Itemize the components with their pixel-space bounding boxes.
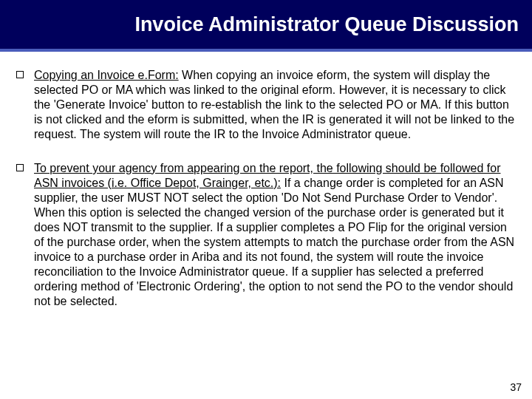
bullet-item: To prevent your agency from appearing on… <box>16 161 516 309</box>
bullet-text: Copying an Invoice e.Form: When copying … <box>34 68 516 142</box>
bullet-text: To prevent your agency from appearing on… <box>34 161 516 309</box>
slide: Invoice Administrator Queue Discussion C… <box>0 0 532 399</box>
bullet-lead: Copying an Invoice e.Form: <box>34 69 179 81</box>
slide-title: Invoice Administrator Queue Discussion <box>134 13 519 36</box>
bullet-rest: If a change order is completed for an AS… <box>34 177 514 307</box>
bullet-icon <box>16 164 24 171</box>
bullet-icon <box>16 71 24 78</box>
body-area: Copying an Invoice e.Form: When copying … <box>0 52 532 309</box>
bullet-item: Copying an Invoice e.Form: When copying … <box>16 68 516 142</box>
title-bar: Invoice Administrator Queue Discussion <box>0 0 532 52</box>
page-number: 37 <box>510 381 522 393</box>
